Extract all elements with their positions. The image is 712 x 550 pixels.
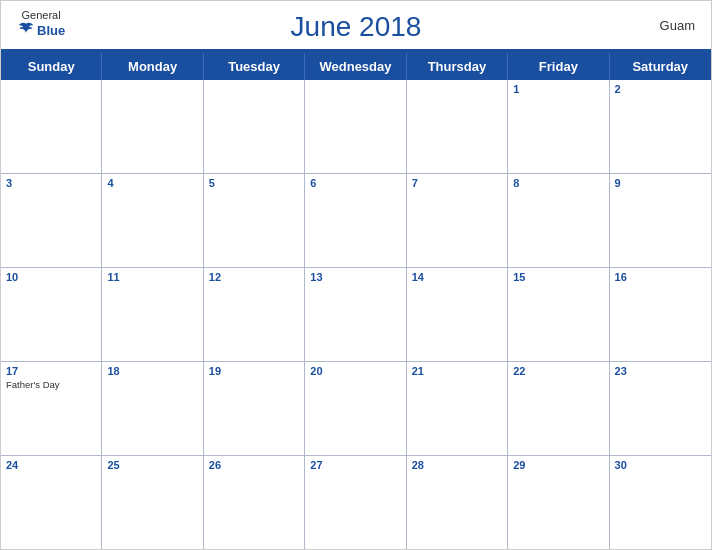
day-number: 5 <box>209 177 299 189</box>
day-number: 24 <box>6 459 96 471</box>
day-cell: 9 <box>610 174 711 267</box>
week-row-3: 10111213141516 <box>1 268 711 362</box>
logo-bird-icon <box>17 21 35 39</box>
day-number: 23 <box>615 365 706 377</box>
day-number: 26 <box>209 459 299 471</box>
day-number: 11 <box>107 271 197 283</box>
day-cell: 4 <box>102 174 203 267</box>
calendar-grid: SundayMondayTuesdayWednesdayThursdayFrid… <box>1 51 711 549</box>
day-cell: 26 <box>204 456 305 549</box>
day-cell: 10 <box>1 268 102 361</box>
day-cell <box>305 80 406 173</box>
day-number: 25 <box>107 459 197 471</box>
logo-blue-text: Blue <box>17 21 65 39</box>
day-cell: 17Father's Day <box>1 362 102 455</box>
day-cell: 6 <box>305 174 406 267</box>
day-header-saturday: Saturday <box>610 53 711 80</box>
day-cell: 25 <box>102 456 203 549</box>
logo-general-text: General <box>22 9 61 21</box>
day-header-tuesday: Tuesday <box>204 53 305 80</box>
day-cell: 5 <box>204 174 305 267</box>
day-cell: 7 <box>407 174 508 267</box>
day-number: 19 <box>209 365 299 377</box>
day-number: 6 <box>310 177 400 189</box>
week-row-5: 24252627282930 <box>1 456 711 549</box>
day-cell: 2 <box>610 80 711 173</box>
day-number: 22 <box>513 365 603 377</box>
region-label: Guam <box>660 18 695 33</box>
day-header-thursday: Thursday <box>407 53 508 80</box>
day-number: 20 <box>310 365 400 377</box>
day-cell: 1 <box>508 80 609 173</box>
day-number: 14 <box>412 271 502 283</box>
day-cell: 12 <box>204 268 305 361</box>
day-cell: 22 <box>508 362 609 455</box>
day-number: 28 <box>412 459 502 471</box>
day-cell: 18 <box>102 362 203 455</box>
day-number: 17 <box>6 365 96 377</box>
day-cell <box>1 80 102 173</box>
day-number: 18 <box>107 365 197 377</box>
day-cell <box>204 80 305 173</box>
day-number: 16 <box>615 271 706 283</box>
day-number: 7 <box>412 177 502 189</box>
day-cell: 24 <box>1 456 102 549</box>
calendar-header: General Blue June 2018 Guam <box>1 1 711 49</box>
day-cell: 20 <box>305 362 406 455</box>
day-number: 4 <box>107 177 197 189</box>
day-number: 1 <box>513 83 603 95</box>
logo-area: General Blue <box>17 9 65 39</box>
day-header-friday: Friday <box>508 53 609 80</box>
day-cell <box>407 80 508 173</box>
day-cell: 13 <box>305 268 406 361</box>
day-cell: 23 <box>610 362 711 455</box>
day-cell: 28 <box>407 456 508 549</box>
week-row-1: 12 <box>1 80 711 174</box>
day-number: 13 <box>310 271 400 283</box>
day-header-wednesday: Wednesday <box>305 53 406 80</box>
week-row-2: 3456789 <box>1 174 711 268</box>
event-label: Father's Day <box>6 379 96 390</box>
day-headers-row: SundayMondayTuesdayWednesdayThursdayFrid… <box>1 53 711 80</box>
day-cell <box>102 80 203 173</box>
day-number: 10 <box>6 271 96 283</box>
day-cell: 30 <box>610 456 711 549</box>
weeks-container: 1234567891011121314151617Father's Day181… <box>1 80 711 549</box>
day-header-monday: Monday <box>102 53 203 80</box>
week-row-4: 17Father's Day181920212223 <box>1 362 711 456</box>
day-cell: 3 <box>1 174 102 267</box>
day-cell: 14 <box>407 268 508 361</box>
day-number: 15 <box>513 271 603 283</box>
month-title: June 2018 <box>291 11 422 43</box>
day-cell: 19 <box>204 362 305 455</box>
day-number: 12 <box>209 271 299 283</box>
calendar-wrapper: General Blue June 2018 Guam SundayMonday… <box>0 0 712 550</box>
day-cell: 29 <box>508 456 609 549</box>
day-number: 30 <box>615 459 706 471</box>
day-cell: 8 <box>508 174 609 267</box>
day-number: 9 <box>615 177 706 189</box>
day-cell: 11 <box>102 268 203 361</box>
day-cell: 16 <box>610 268 711 361</box>
day-cell: 21 <box>407 362 508 455</box>
day-number: 8 <box>513 177 603 189</box>
day-cell: 15 <box>508 268 609 361</box>
day-number: 27 <box>310 459 400 471</box>
day-number: 29 <box>513 459 603 471</box>
day-number: 21 <box>412 365 502 377</box>
day-cell: 27 <box>305 456 406 549</box>
day-header-sunday: Sunday <box>1 53 102 80</box>
day-number: 3 <box>6 177 96 189</box>
day-number: 2 <box>615 83 706 95</box>
